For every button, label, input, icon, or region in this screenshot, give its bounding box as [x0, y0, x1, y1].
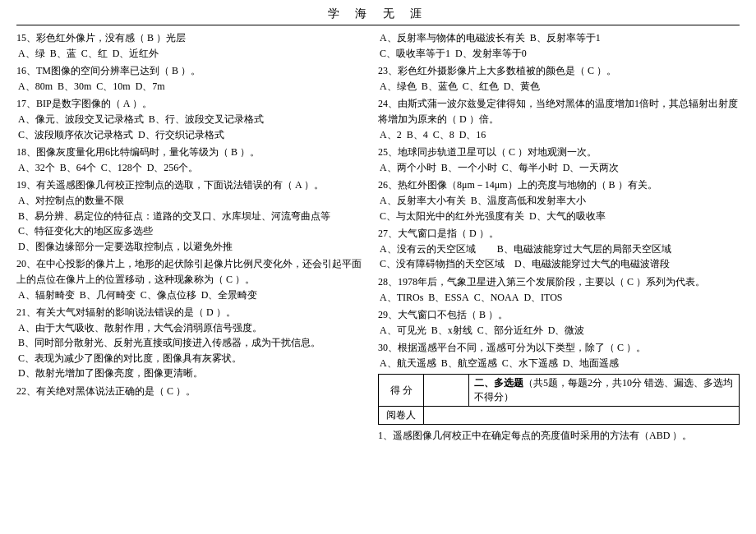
rq25: 25、地球同步轨道卫星可以（ C ）对地观测一次。 A、两个小时 B、一个小时 … — [378, 145, 740, 175]
q15: 15、彩色红外像片，没有感（ B ）光层 A、绿 B、蓝 C、红 D、近红外 — [16, 30, 370, 61]
q20: 20、在中心投影的像片上，地形的起伏除引起像片比例尺变化外，还会引起平面上的点位… — [16, 256, 370, 302]
rq26: 26、热红外图像（8μm－14μm）上的亮度与地物的（ B ）有关。 A、反射率… — [378, 177, 740, 223]
rq29: 29、大气窗口不包括（ B ）。 A、可见光 B、x射线 C、部分近红外 D、微… — [378, 307, 740, 338]
q16: 16、TM图像的空间分辨率已达到（ B ）。 A、80m B、30m C、10m… — [16, 63, 370, 94]
rq28: 28、1978年后，气象卫星进入第三个发展阶段，主要以（ C ）系列为代表。 A… — [378, 274, 740, 305]
page-header: 学 海 无 涯 — [16, 7, 740, 25]
reader-value — [424, 407, 740, 425]
reader-label: 阅卷人 — [379, 407, 424, 425]
q17: 17、BIP是数字图像的（ A ）。 A、像元、波段交叉记录格式 B、行、波段交… — [16, 96, 370, 142]
page: 学 海 无 涯 15、彩色红外像片，没有感（ B ）光层 A、绿 B、蓝 C、红… — [0, 0, 756, 534]
header-title: 学 海 无 涯 — [328, 7, 429, 20]
q19: 19、有关遥感图像几何校正控制点的选取，下面说法错误的有（ A ）。 A、对控制… — [16, 177, 370, 254]
rq24: 24、由斯式蒲一波尔兹曼定律得知，当绝对黑体的温度增加1倍时，其总辐射出射度将增… — [378, 96, 740, 142]
score-section: 得 分 二、多选题（共5题，每题2分，共10分 错选、漏选、多选均不得分） 阅卷… — [378, 374, 740, 425]
rq27: 27、大气窗口是指（ D ）。 A、没有云的天空区域 B、电磁波能穿过大气层的局… — [378, 226, 740, 272]
q21: 21、有关大气对辐射的影响说法错误的是（ D ）。 A、由于大气吸收、散射作用，… — [16, 305, 370, 381]
left-column: 15、彩色红外像片，没有感（ B ）光层 A、绿 B、蓝 C、红 D、近红外 1… — [16, 30, 370, 446]
rq-multi1: 1、遥感图像几何校正中在确定每点的亮度值时采用的方法有（ABD ）。 — [378, 428, 740, 444]
q18: 18、图像灰度量化用6比特编码时，量化等级为（ B ）。 A、32个 B、64个… — [16, 145, 370, 175]
q22: 22、有关绝对黑体说法正确的是（ C ）。 — [16, 384, 370, 399]
score-value — [424, 375, 469, 407]
rq22-opts: A、反射率与物体的电磁波长有关 B、反射率等于1 C、吸收率等于1 D、发射率等… — [378, 30, 740, 61]
rq30: 30、根据遥感平台不同，遥感可分为以下类型，除了（ C ）。 A、航天遥感 B、… — [378, 340, 740, 371]
score-table: 得 分 二、多选题（共5题，每题2分，共10分 错选、漏选、多选均不得分） 阅卷… — [378, 374, 740, 425]
main-columns: 15、彩色红外像片，没有感（ B ）光层 A、绿 B、蓝 C、红 D、近红外 1… — [16, 30, 740, 446]
right-column: A、反射率与物体的电磁波长有关 B、反射率等于1 C、吸收率等于1 D、发射率等… — [378, 30, 740, 446]
rq23: 23、彩色红外摄影像片上大多数植被的颜色是（ C ）。 A、绿色 B、蓝色 C、… — [378, 63, 740, 94]
score-label: 得 分 — [379, 375, 424, 407]
section-title-cell: 二、多选题（共5题，每题2分，共10分 错选、漏选、多选均不得分） — [469, 375, 740, 407]
